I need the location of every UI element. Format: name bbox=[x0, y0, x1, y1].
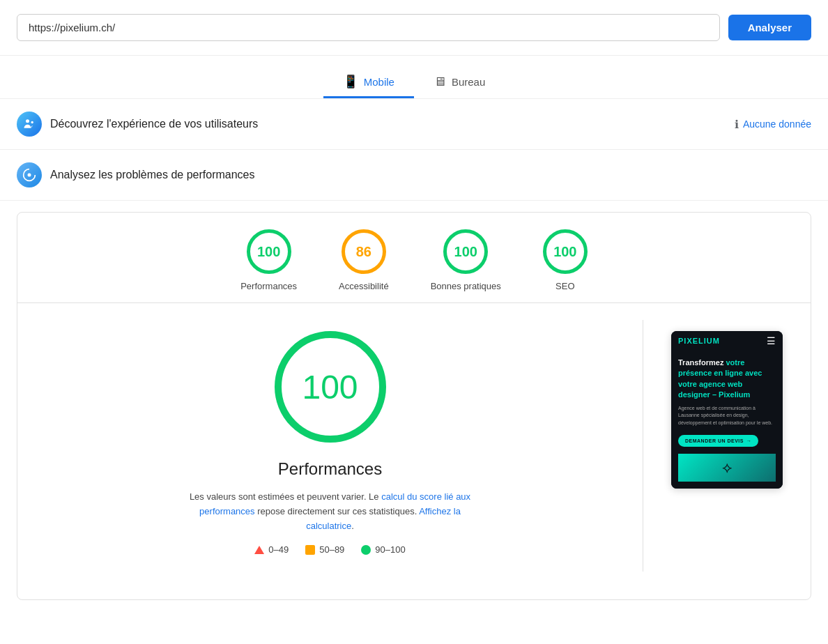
url-input[interactable]: https://pixelium.ch/ bbox=[17, 14, 720, 41]
url-bar-section: https://pixelium.ch/ Analyser bbox=[0, 0, 828, 56]
phone-logo: PIXELIUM bbox=[678, 337, 720, 345]
score-label-accessibilite: Accessibilité bbox=[339, 281, 389, 291]
analyser-button[interactable]: Analyser bbox=[728, 15, 811, 40]
svg-point-0 bbox=[26, 119, 29, 123]
phone-cta: DEMANDER UN DEVIS → bbox=[678, 435, 758, 447]
user-experience-title: Découvrez l'expérience de vos utilisateu… bbox=[50, 118, 258, 130]
performance-right: PIXELIUM ☰ Transformez votre présence en… bbox=[643, 320, 811, 572]
user-experience-icon bbox=[17, 112, 42, 137]
score-circle-bonnes-pratiques: 100 bbox=[443, 229, 488, 274]
performance-section-title: Analysez les problèmes de performances bbox=[50, 169, 254, 181]
desktop-icon: 🖥 bbox=[434, 75, 446, 89]
legend-item-fail: 0–49 bbox=[254, 544, 289, 555]
score-circle-seo: 100 bbox=[543, 229, 588, 274]
perf-description: Les valeurs sont estimées et peuvent var… bbox=[184, 490, 477, 533]
phone-menu-icon: ☰ bbox=[767, 335, 776, 346]
info-icon: ℹ bbox=[735, 118, 739, 131]
score-card-bonnes-pratiques[interactable]: 100 Bonnes pratiques bbox=[431, 229, 501, 291]
phone-body: Transformez votre présence en ligne avec… bbox=[671, 351, 783, 489]
score-cards-container: 100 Performances 86 Accessibilité 100 Bo… bbox=[17, 212, 811, 600]
score-circle-accessibilite: 86 bbox=[342, 229, 386, 274]
score-card-seo[interactable]: 100 SEO bbox=[543, 229, 588, 291]
tab-bureau[interactable]: 🖥 Bureau bbox=[414, 67, 505, 98]
tabs-section: 📱 Mobile 🖥 Bureau bbox=[0, 56, 828, 99]
legend-item-pass: 90–100 bbox=[361, 544, 405, 555]
no-data-label[interactable]: ℹ Aucune donnée bbox=[735, 118, 811, 131]
score-label-seo: SEO bbox=[555, 281, 574, 291]
score-circle-performances: 100 bbox=[247, 229, 291, 274]
score-card-accessibilite[interactable]: 86 Accessibilité bbox=[339, 229, 389, 291]
phone-subtext: Agence web et de communication à Lausann… bbox=[678, 405, 776, 427]
mobile-icon: 📱 bbox=[343, 74, 358, 89]
big-score-circle: 100 bbox=[275, 331, 386, 443]
user-experience-header: Découvrez l'expérience de vos utilisateu… bbox=[0, 99, 828, 150]
perf-title: Performances bbox=[278, 459, 382, 479]
performance-section-left: Analysez les problèmes de performances bbox=[17, 162, 254, 187]
score-cards-row: 100 Performances 86 Accessibilité 100 Bo… bbox=[17, 229, 811, 303]
performance-section-header: Analysez les problèmes de performances bbox=[0, 150, 828, 201]
phone-footer-image: ⟡ bbox=[678, 454, 776, 482]
performance-icon bbox=[17, 162, 42, 187]
no-data-text: Aucune donnée bbox=[743, 118, 811, 130]
svg-point-2 bbox=[28, 174, 31, 177]
svg-point-1 bbox=[31, 121, 33, 123]
performance-content: 100 Performances Les valeurs sont estimé… bbox=[17, 303, 811, 588]
arrow-icon: → bbox=[746, 438, 752, 443]
triangle-icon bbox=[254, 546, 264, 554]
phone-headline: Transformez votre présence en ligne avec… bbox=[678, 358, 776, 401]
tab-bureau-label: Bureau bbox=[452, 76, 485, 88]
circle-icon bbox=[361, 545, 371, 555]
tab-mobile[interactable]: 📱 Mobile bbox=[323, 67, 414, 98]
phone-top-bar: PIXELIUM ☰ bbox=[671, 331, 783, 351]
square-icon bbox=[305, 545, 315, 555]
user-experience-left: Découvrez l'expérience de vos utilisateu… bbox=[17, 112, 258, 137]
perf-legend: 0–49 50–89 90–100 bbox=[254, 544, 405, 555]
score-label-performances: Performances bbox=[240, 281, 297, 291]
score-card-performances[interactable]: 100 Performances bbox=[240, 229, 297, 291]
performance-left: 100 Performances Les valeurs sont estimé… bbox=[17, 320, 643, 572]
score-label-bonnes-pratiques: Bonnes pratiques bbox=[431, 281, 501, 291]
phone-mockup: PIXELIUM ☰ Transformez votre présence en… bbox=[671, 331, 783, 489]
legend-item-average: 50–89 bbox=[305, 544, 344, 555]
tab-mobile-label: Mobile bbox=[364, 76, 394, 88]
logo-icon: ⟡ bbox=[722, 459, 733, 477]
